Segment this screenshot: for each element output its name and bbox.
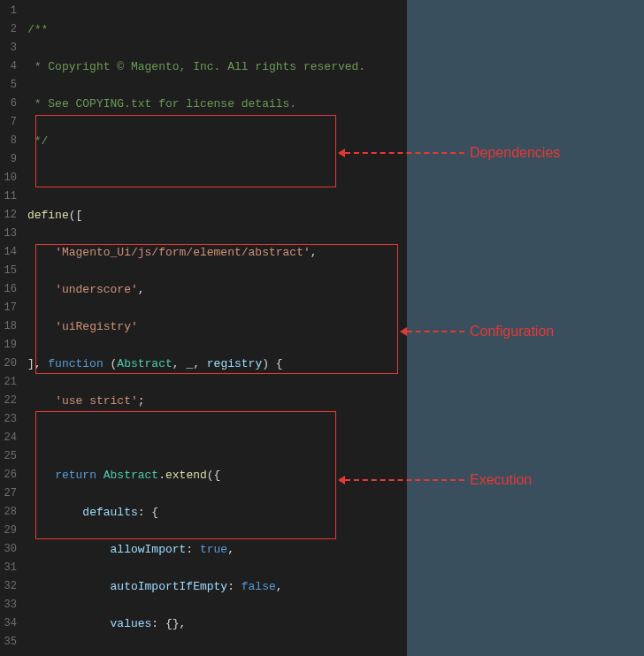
comment: * See COPYING.txt for license details. xyxy=(27,97,296,111)
line-number: 9 xyxy=(0,150,17,169)
punc: ([ xyxy=(69,209,83,222)
line-number: 4 xyxy=(0,57,17,76)
punc: , xyxy=(193,357,207,370)
line-number: 29 xyxy=(0,522,17,540)
string: 'use strict' xyxy=(55,394,138,408)
annotation-label: Dependencies xyxy=(470,145,560,161)
punc: : { xyxy=(138,506,158,519)
annotation-execution: Execution xyxy=(338,472,532,488)
dash-line xyxy=(345,479,464,481)
code-line[interactable]: autoImportIfEmpty: false, xyxy=(27,577,407,596)
annotation-label: Configuration xyxy=(470,324,554,339)
line-number: 24 xyxy=(0,429,17,447)
code-line[interactable] xyxy=(27,429,407,447)
code-line[interactable]: 'Magento_Ui/js/form/element/abstract', xyxy=(27,243,407,262)
prop: autoImportIfEmpty xyxy=(111,580,228,593)
line-number: 3 xyxy=(0,39,17,57)
line-number: 16 xyxy=(0,280,17,299)
code-line[interactable]: * See COPYING.txt for license details. xyxy=(27,95,407,113)
line-number: 6 xyxy=(0,95,17,113)
param: Abstract xyxy=(117,357,172,370)
line-number: 34 xyxy=(0,614,17,633)
keyword: function xyxy=(48,357,103,370)
comment: * Copyright © Magento, Inc. All rights r… xyxy=(27,60,365,73)
line-number: 30 xyxy=(0,540,17,559)
annotation-configuration: Configuration xyxy=(400,324,554,339)
arrow-icon xyxy=(338,149,345,157)
punc: ({ xyxy=(207,469,221,482)
punc: ; xyxy=(138,394,145,408)
code-line[interactable]: values: {}, xyxy=(27,614,407,633)
punc: : {}, xyxy=(151,617,186,630)
string: 'underscore' xyxy=(55,283,138,296)
punc: , xyxy=(227,543,234,556)
code-content[interactable]: /** * Copyright © Magento, Inc. All righ… xyxy=(27,0,407,656)
punc: , xyxy=(276,580,283,593)
arrow-icon xyxy=(400,327,407,336)
code-line[interactable]: allowImport: true, xyxy=(27,540,407,559)
line-number: 2 xyxy=(0,20,17,39)
dash-line xyxy=(345,152,464,154)
method: extend xyxy=(165,469,207,482)
line-number: 18 xyxy=(0,317,17,336)
line-number: 11 xyxy=(0,187,17,206)
line-number: 14 xyxy=(0,243,17,262)
code-editor[interactable]: 1 2 3 4 5 6 7 8 9 10 11 12 13 14 15 16 1… xyxy=(0,0,407,656)
punc: : xyxy=(227,580,242,593)
param: registry xyxy=(207,357,262,370)
line-number: 27 xyxy=(0,484,17,503)
code-line[interactable]: ], function (Abstract, _, registry) { xyxy=(27,355,407,373)
line-number: 22 xyxy=(0,392,17,410)
class: Abstract xyxy=(104,469,158,482)
comment: /** xyxy=(27,23,48,36)
prop: defaults xyxy=(82,506,137,519)
annotation-dependencies: Dependencies xyxy=(338,145,560,161)
string: 'uiRegistry' xyxy=(55,320,138,333)
code-line[interactable]: defaults: { xyxy=(27,503,407,522)
code-line[interactable]: define([ xyxy=(27,206,407,225)
line-number: 10 xyxy=(0,169,17,187)
prop: allowImport xyxy=(111,543,187,556)
punc: . xyxy=(158,469,165,482)
code-line[interactable]: 'uiRegistry' xyxy=(27,317,407,336)
line-number: 8 xyxy=(0,132,17,150)
fn: define xyxy=(27,209,69,222)
line-number: 15 xyxy=(0,262,17,280)
punc: ) { xyxy=(262,357,282,370)
code-line[interactable]: * Copyright © Magento, Inc. All rights r… xyxy=(27,57,407,76)
code-line[interactable] xyxy=(27,169,407,187)
string: 'Magento_Ui/js/form/element/abstract' xyxy=(55,246,310,259)
line-number: 17 xyxy=(0,299,17,317)
code-line[interactable]: /** xyxy=(27,20,407,39)
line-number: 5 xyxy=(0,76,17,95)
punc: ( xyxy=(104,357,118,370)
line-number: 28 xyxy=(0,503,17,522)
line-number: 1 xyxy=(0,2,17,20)
line-number: 31 xyxy=(0,559,17,577)
bool: false xyxy=(242,580,276,593)
prop: values xyxy=(111,617,152,630)
punc: , xyxy=(138,283,145,296)
keyword: return xyxy=(55,469,96,482)
line-number: 23 xyxy=(0,410,17,429)
bool: true xyxy=(200,543,227,556)
punc: , xyxy=(172,357,187,370)
line-number: 19 xyxy=(0,336,17,355)
line-number-gutter: 1 2 3 4 5 6 7 8 9 10 11 12 13 14 15 16 1… xyxy=(0,0,27,656)
line-number: 35 xyxy=(0,633,17,652)
arrow-icon xyxy=(338,476,345,484)
annotation-label: Execution xyxy=(470,472,532,488)
punc: : xyxy=(186,543,200,556)
comment: */ xyxy=(27,134,48,148)
line-number: 25 xyxy=(0,447,17,466)
code-line[interactable]: 'underscore', xyxy=(27,280,407,299)
line-number: 33 xyxy=(0,596,17,614)
line-number: 21 xyxy=(0,373,17,392)
line-number: 12 xyxy=(0,206,17,225)
line-number: 7 xyxy=(0,113,17,132)
code-line[interactable]: 'use strict'; xyxy=(27,392,407,410)
punc: , xyxy=(310,246,318,259)
line-number: 20 xyxy=(0,355,17,373)
code-line[interactable]: mask: '', xyxy=(27,652,407,656)
line-number: 13 xyxy=(0,225,17,243)
